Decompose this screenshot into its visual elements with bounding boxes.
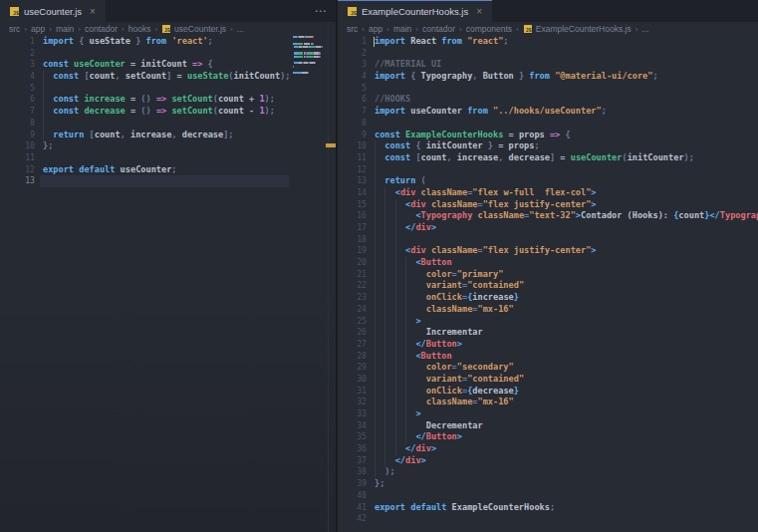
code-line[interactable]: 33 >	[338, 408, 758, 420]
code-line[interactable]: 4import { Typography, Button } from "@ma…	[338, 71, 758, 83]
line-number: 39	[338, 478, 367, 490]
code-line[interactable]: 29 color="secondary"	[338, 362, 758, 374]
line-number: 11	[338, 152, 367, 164]
code-line[interactable]: 3//MATERIAL UI	[338, 59, 758, 71]
code-line[interactable]: 8	[6, 118, 336, 130]
code-line[interactable]: 6 const increase = () => setCount(count …	[6, 94, 336, 106]
code-line[interactable]: 31 onClick={decrease}	[338, 386, 758, 398]
code-line[interactable]: 11	[6, 152, 336, 164]
breadcrumb-item[interactable]: main	[56, 24, 74, 34]
code-line[interactable]: 28 <Button	[338, 351, 758, 363]
breadcrumb-item[interactable]: app	[369, 24, 382, 34]
line-number: 11	[6, 152, 35, 164]
tab-examplecounterhooks-js[interactable]: JS ExampleCounterHooks.js ×	[338, 0, 492, 22]
code-line[interactable]: 42	[338, 513, 758, 525]
breadcrumb-separator: ›	[24, 25, 27, 34]
code-line[interactable]: 11 const [count, increase, decrease] = u…	[338, 152, 758, 164]
code-line[interactable]: 26 Incrementar	[338, 327, 758, 339]
code-line[interactable]: 14 <div className="flex w-full flex-col"…	[338, 187, 758, 199]
code-line[interactable]: 34 Decrementar	[338, 420, 758, 432]
code-line[interactable]: 41export default ExampleCounterHooks;	[338, 502, 758, 514]
code-line[interactable]: 5	[6, 83, 336, 95]
breadcrumb-separator: ›	[386, 25, 389, 34]
code-line[interactable]: 37 </div>	[338, 455, 758, 467]
breadcrumb-item[interactable]: components	[466, 24, 512, 34]
code-line[interactable]: 13 return (	[338, 175, 758, 187]
code-line[interactable]: 40	[338, 490, 758, 502]
code-area[interactable]: 1import { useState } from 'react';23cons…	[0, 36, 336, 187]
code-line[interactable]: 1import React from "react";	[338, 36, 758, 48]
breadcrumb-file[interactable]: useCounter.js	[174, 24, 226, 34]
code-line[interactable]: 27 </Button>	[338, 339, 758, 351]
breadcrumb-item[interactable]: app	[31, 24, 45, 34]
code-line[interactable]: 6//HOOKS	[338, 94, 758, 106]
line-number: 2	[338, 48, 367, 60]
code-line[interactable]: 10};	[6, 140, 336, 152]
breadcrumb-more[interactable]: ...	[641, 24, 648, 34]
code-line[interactable]: 17 </div>	[338, 222, 758, 234]
breadcrumb-separator: ›	[516, 25, 519, 34]
code-line[interactable]: 32 className="mx-16"	[338, 397, 758, 408]
code-line[interactable]: 9const ExampleCounterHooks = props => {	[338, 130, 758, 141]
breadcrumb-more[interactable]: ...	[237, 24, 244, 34]
code-line[interactable]: 3const useCounter = initCount => {	[6, 59, 336, 71]
breadcrumb-item[interactable]: contador	[422, 24, 455, 34]
breadcrumb-item[interactable]: src	[347, 24, 358, 34]
breadcrumb-separator: ›	[459, 25, 462, 34]
code-line[interactable]: 21 color="primary"	[338, 269, 758, 281]
code-line[interactable]: 19 <div className="flex justify-center">	[338, 245, 758, 257]
code-area[interactable]: 1import React from "react";23//MATERIAL …	[338, 36, 758, 525]
breadcrumb-item[interactable]: contador	[85, 24, 118, 34]
code-line[interactable]: 18	[338, 234, 758, 246]
breadcrumb-item[interactable]: hooks	[128, 24, 151, 34]
minimap[interactable]	[293, 36, 327, 84]
breadcrumb-item[interactable]: src	[9, 24, 20, 34]
line-number: 4	[6, 71, 35, 83]
code-line[interactable]: 7import useCounter from "../hooks/useCou…	[338, 106, 758, 118]
code-line[interactable]: 9 return [count, increase, decrease];	[6, 130, 336, 141]
code-line[interactable]: 30 variant="contained"	[338, 374, 758, 386]
code-line[interactable]: 7 const decrease = () => setCount(count …	[6, 106, 336, 118]
code-line[interactable]: 5	[338, 83, 758, 95]
breadcrumb-separator: ›	[635, 25, 638, 34]
code-line[interactable]: 8	[338, 118, 758, 130]
breadcrumb-separator: ›	[122, 25, 125, 34]
tab-label: ExampleCounterHooks.js	[362, 6, 468, 17]
line-number: 19	[338, 245, 367, 257]
line-number: 40	[338, 490, 367, 502]
code-line[interactable]: 23 onClick={increase}	[338, 292, 758, 304]
code-line[interactable]: 2	[338, 48, 758, 60]
line-number: 36	[338, 443, 367, 455]
code-line[interactable]: 36 </div>	[338, 443, 758, 455]
more-actions-icon[interactable]: ⋯	[315, 0, 329, 22]
line-number: 2	[6, 48, 35, 60]
code-line[interactable]: 38 );	[338, 466, 758, 478]
close-icon[interactable]: ×	[90, 6, 96, 17]
breadcrumb-separator: ›	[362, 25, 365, 34]
code-line[interactable]: 4 const [count, setCount] = useState(ini…	[6, 71, 336, 83]
code-line[interactable]: 35 </Button>	[338, 431, 758, 443]
line-number: 35	[338, 431, 367, 443]
line-number: 12	[6, 164, 35, 176]
code-line[interactable]: 12export default useCounter;	[6, 164, 336, 176]
code-line[interactable]: 20 <Button	[338, 257, 758, 269]
breadcrumb-file[interactable]: ExampleCounterHooks.js	[536, 24, 632, 34]
line-number: 9	[6, 130, 35, 141]
code-line[interactable]: 15 <div className="flex justify-center">	[338, 199, 758, 211]
line-number: 6	[338, 94, 367, 106]
code-line[interactable]: 22 variant="contained"	[338, 280, 758, 292]
code-line[interactable]: 2	[6, 48, 336, 60]
code-line[interactable]: 13	[6, 175, 336, 187]
code-line[interactable]: 12	[338, 164, 758, 176]
close-icon[interactable]: ×	[476, 6, 482, 17]
line-number: 34	[338, 420, 367, 432]
tab-usecounter-js[interactable]: JS useCounter.js ×	[0, 0, 106, 22]
code-line[interactable]: 25 >	[338, 316, 758, 328]
code-line[interactable]: 1import { useState } from 'react';	[6, 36, 336, 48]
code-line[interactable]: 16 <Typography className="text-32">Conta…	[338, 210, 758, 222]
code-line[interactable]: 24 className="mx-16"	[338, 304, 758, 316]
breadcrumb-item[interactable]: main	[393, 24, 411, 34]
line-number: 7	[6, 106, 35, 118]
code-line[interactable]: 10 const { initCounter } = props;	[338, 140, 758, 152]
code-line[interactable]: 39};	[338, 478, 758, 490]
